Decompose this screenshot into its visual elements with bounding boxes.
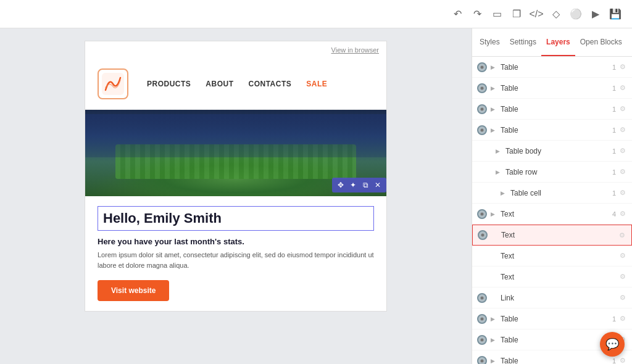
layer-settings-icon[interactable]: ⚙ [618, 105, 627, 114]
layer-chevron-icon: ▶ [491, 85, 498, 92]
layer-count: 1 [612, 126, 616, 134]
email-container: View in browser PRODUCTS ABOUT CONTACTS … [85, 41, 387, 312]
chat-bubble-button[interactable]: 💬 [600, 332, 625, 357]
layer-settings-icon[interactable]: ⚙ [618, 315, 627, 323]
layer-settings-icon[interactable]: ⚙ [618, 126, 627, 134]
layer-settings-icon[interactable]: ⚙ [618, 357, 627, 365]
tab-styles[interactable]: Styles [475, 28, 505, 56]
layer-item-selected[interactable]: Text ⚙ [472, 225, 632, 246]
layer-count: 1 [612, 168, 616, 176]
layer-settings-icon[interactable]: ⚙ [618, 252, 627, 260]
email-header: PRODUCTS ABOUT CONTACTS SALE [85, 59, 386, 110]
layer-item[interactable]: Text ⚙ [472, 246, 632, 267]
layer-label: Table cell [510, 189, 612, 197]
content-toolbar: ✥ ✦ ⧉ ✕ [332, 178, 386, 192]
layer-item[interactable]: ▶ Table 1 ⚙ [472, 99, 632, 120]
layer-label: Text [501, 231, 615, 239]
layer-settings-icon[interactable]: ⚙ [618, 189, 627, 197]
panel-tabs: Styles Settings Layers Open Blocks Field… [472, 28, 632, 57]
layer-item[interactable]: Link ⚙ [472, 287, 632, 308]
email-body: Lorem ipsum dolor sit amet, consectetur … [98, 250, 374, 270]
layer-label: Table [501, 357, 612, 365]
layer-visibility-icon[interactable] [477, 104, 487, 114]
layer-item[interactable]: ▶ Table 1 ⚙ [472, 308, 632, 329]
code-icon[interactable]: </> [530, 7, 543, 21]
email-title: Hello, Emily Smith [98, 206, 374, 231]
layer-chevron-icon: ▶ [491, 336, 498, 344]
tab-open-blocks[interactable]: Open Blocks [575, 28, 627, 56]
layer-label: Table body [505, 147, 612, 155]
tab-layers[interactable]: Layers [541, 28, 575, 56]
layer-visibility-icon[interactable] [478, 230, 488, 240]
layer-chevron-icon: ▶ [491, 357, 498, 365]
layer-visibility-icon[interactable] [477, 62, 487, 72]
tab-settings[interactable]: Settings [505, 28, 541, 56]
layer-settings-icon[interactable]: ⚙ [618, 294, 627, 302]
tab-fields[interactable]: Fields [627, 28, 632, 56]
layer-count: 1 [612, 85, 616, 92]
nav-contacts[interactable]: CONTACTS [249, 80, 292, 88]
delete-icon[interactable]: ✕ [373, 180, 383, 190]
nav-about[interactable]: ABOUT [206, 80, 233, 88]
layer-settings-icon[interactable]: ⚙ [618, 273, 627, 281]
email-logo [98, 68, 128, 99]
undo-icon[interactable]: ↶ [451, 7, 464, 21]
layer-item[interactable]: ▶ Table 1 ⚙ [472, 57, 632, 78]
visit-website-button[interactable]: Visit website [98, 280, 169, 301]
layer-visibility-icon[interactable] [477, 125, 487, 135]
layer-item[interactable]: ▶ Text 4 ⚙ [472, 204, 632, 225]
nav-products[interactable]: PRODUCTS [147, 80, 191, 88]
play-icon[interactable]: ▶ [589, 7, 602, 21]
layer-chevron-icon: ▶ [491, 126, 498, 134]
layer-visibility-icon[interactable] [477, 356, 487, 365]
layer-item[interactable]: Text ⚙ [472, 267, 632, 287]
layer-label: Link [501, 294, 616, 302]
layer-chevron-icon: ▶ [491, 64, 498, 71]
preview-area: View in browser PRODUCTS ABOUT CONTACTS … [0, 28, 472, 364]
layer-label: Text [501, 252, 616, 260]
layer-label: Text [501, 273, 616, 281]
view-in-browser-link[interactable]: View in browser [85, 41, 386, 59]
rectangle-icon[interactable]: ▭ [490, 7, 504, 21]
layer-visibility-icon[interactable] [477, 83, 487, 93]
save-icon[interactable]: 💾 [609, 7, 622, 21]
layer-settings-icon[interactable]: ⚙ [618, 168, 627, 176]
layer-visibility-icon[interactable] [477, 314, 487, 324]
globe-icon[interactable]: ⚪ [569, 7, 583, 21]
main-toolbar: ↶ ↷ ▭ ❐ </> ◇ ⚪ ▶ 💾 [0, 0, 632, 28]
layer-visibility-icon[interactable] [477, 209, 487, 219]
layer-chevron-icon: ▶ [496, 168, 503, 176]
layer-count: 1 [612, 315, 616, 323]
email-nav: PRODUCTS ABOUT CONTACTS SALE [147, 80, 327, 88]
preview-icon[interactable]: ◇ [549, 7, 563, 21]
layer-chevron-icon: ▶ [491, 210, 498, 218]
move-icon[interactable]: ✥ [336, 180, 346, 190]
layer-item[interactable]: ▶ Table row 1 ⚙ [472, 162, 632, 183]
layer-label: Table row [505, 168, 612, 176]
main-layout: View in browser PRODUCTS ABOUT CONTACTS … [0, 28, 632, 364]
layers-list: ▶ Table 1 ⚙ ▶ Table 1 ⚙ ▶ Table 1 ⚙ [472, 57, 632, 364]
layer-item[interactable]: ▶ Table 1 ⚙ [472, 78, 632, 99]
layer-visibility-icon[interactable] [477, 293, 487, 303]
expand-icon[interactable]: ❐ [510, 7, 523, 21]
add-icon[interactable]: ✦ [348, 180, 358, 190]
layer-settings-icon[interactable]: ⚙ [618, 231, 626, 239]
layer-item[interactable]: ▶ Table cell 1 ⚙ [472, 183, 632, 204]
layer-settings-icon[interactable]: ⚙ [618, 63, 627, 72]
redo-icon[interactable]: ↷ [470, 7, 484, 21]
layer-count: 4 [612, 210, 616, 218]
layer-item[interactable]: ▶ Table 1 ⚙ [472, 120, 632, 141]
layer-count: 1 [612, 189, 616, 197]
layer-settings-icon[interactable]: ⚙ [618, 84, 627, 93]
layer-label: Table [501, 105, 612, 114]
layer-settings-icon[interactable]: ⚙ [618, 210, 627, 218]
email-content: ✥ ✦ ⧉ ✕ Hello, Emily Smith Here you have… [85, 196, 386, 311]
layer-label: Table [501, 336, 612, 344]
layer-count: 1 [612, 147, 616, 155]
layer-label: Table [501, 126, 612, 134]
copy-icon[interactable]: ⧉ [360, 180, 370, 190]
nav-sale[interactable]: SALE [306, 80, 327, 88]
layer-visibility-icon[interactable] [477, 335, 487, 345]
layer-item[interactable]: ▶ Table body 1 ⚙ [472, 141, 632, 162]
layer-settings-icon[interactable]: ⚙ [618, 147, 627, 155]
